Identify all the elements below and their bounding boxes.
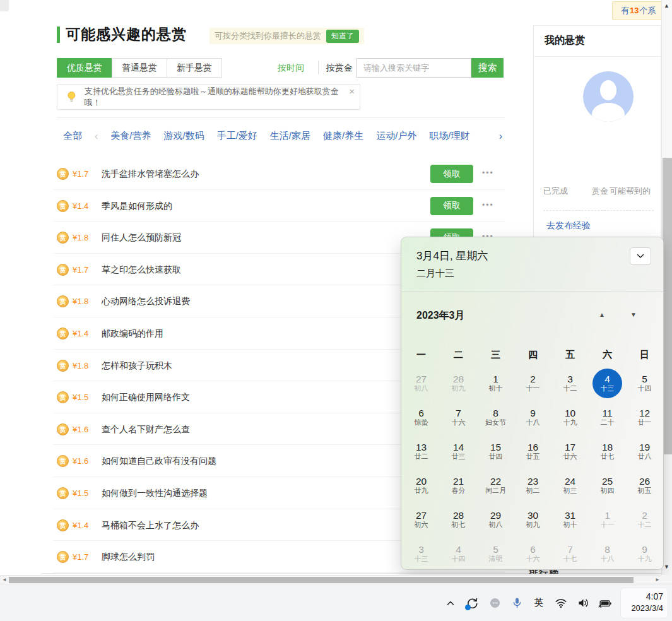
category-next-icon[interactable]: › [499,131,502,142]
day-cell[interactable]: 26初五 [626,468,663,502]
day-cell[interactable]: 28初七 [440,502,477,536]
battery-charging-icon[interactable] [598,596,612,610]
day-cell[interactable]: 1十一 [589,502,626,536]
publish-experience-link[interactable]: 去发布经验 [546,220,591,232]
day-cell[interactable]: 29初八 [477,502,514,536]
horizontal-scrollbar[interactable]: ◄ ► [0,575,661,584]
bounty-title[interactable]: 如何知道自己政审有没有问题 [102,456,216,467]
claim-button[interactable]: 领取 [430,197,473,215]
bounty-title[interactable]: 如何做到一致性沟通选择题 [102,488,208,499]
day-cell[interactable]: 24初三 [551,468,589,502]
day-cell[interactable]: 21春分 [440,468,477,502]
sync-icon[interactable] [466,596,480,610]
category-item-7[interactable]: 职场/理财 [429,130,469,142]
bounty-title[interactable]: 草之印怎么快速获取 [102,264,181,276]
day-cell[interactable]: 22闰二月 [477,468,514,502]
category-item-3[interactable]: 手工/爱好 [217,130,257,142]
day-cell[interactable]: 31初十 [551,502,589,536]
day-cell[interactable]: 12廿一 [626,400,663,434]
day-cell[interactable]: 2十一 [514,366,551,400]
category-item-6[interactable]: 运动/户外 [376,130,416,142]
search-button[interactable]: 搜索 [471,58,504,78]
day-cell[interactable]: 10十九 [551,400,589,434]
day-cell[interactable]: 18廿七 [589,434,626,468]
day-cell[interactable]: 11二十 [589,400,626,434]
taskbar-clock[interactable]: 4:07 2023/3/4 [631,590,663,614]
bounty-title[interactable]: 季风是如何形成的 [102,201,172,212]
bounty-title[interactable]: 同住人怎么预防新冠 [102,232,181,244]
day-cell[interactable]: 27初八 [403,366,440,400]
day-cell[interactable]: 25初四 [589,468,626,502]
close-icon[interactable]: × [349,86,355,97]
day-cell[interactable]: 17廿六 [551,434,589,468]
day-cell[interactable]: 7十六 [440,400,477,434]
month-down-icon[interactable]: ▼ [630,311,637,318]
sort-by-money[interactable]: 按赏金 [326,62,353,74]
claim-button[interactable]: 领取 [430,165,473,183]
scroll-right-arrow-icon[interactable]: ► [655,577,660,583]
sort-by-time[interactable]: 按时间 [278,62,304,74]
category-item-5[interactable]: 健康/养生 [323,130,363,142]
day-cell[interactable]: 3十二 [551,366,589,400]
day-cell[interactable]: 8妇女节 [477,400,514,434]
bounty-title[interactable]: 马桶箱不会上水了怎么办 [102,520,199,531]
day-cell[interactable]: 9十九 [626,536,663,570]
day-cell[interactable]: 8十八 [589,536,626,570]
scroll-left-arrow-icon[interactable]: ◄ [2,577,7,583]
day-cell[interactable]: 9十八 [514,400,551,434]
month-up-icon[interactable]: ▲ [599,311,605,318]
day-cell[interactable]: 23初二 [514,468,551,502]
tab-3[interactable]: 新手悬赏 [167,58,222,78]
got-it-button[interactable]: 知道了 [326,30,359,43]
day-cell[interactable]: 6惊蛰 [403,400,440,434]
category-all[interactable]: 全部 [63,130,82,142]
bounty-title[interactable]: 如何正确使用网络作文 [102,392,190,403]
day-cell[interactable]: 19廿八 [626,434,663,468]
bounty-title[interactable]: 心动网络怎么投诉退费 [102,296,190,307]
scroll-up-arrow-icon[interactable]: ▲ [664,3,669,9]
day-cell[interactable]: 15廿四 [477,434,514,468]
scroll-down-arrow-icon[interactable]: ▼ [664,564,669,570]
tab-1[interactable]: 优质悬赏 [57,58,112,78]
bounty-title[interactable]: 查个人名下财产怎么查 [102,424,190,435]
more-options-icon[interactable]: ••• [482,169,494,177]
day-cell[interactable]: 1初十 [477,366,514,400]
tray-overflow-chevron-icon[interactable] [444,596,457,610]
day-cell[interactable]: 27初六 [403,502,440,536]
day-cell-selected[interactable]: 4十三 [589,366,626,400]
day-cell[interactable]: 28初九 [440,366,477,400]
more-options-icon[interactable]: ••• [482,201,494,210]
day-cell[interactable]: 6十六 [514,536,551,570]
category-item-2[interactable]: 游戏/数码 [164,130,204,142]
category-item-4[interactable]: 生活/家居 [270,130,310,142]
bounty-title[interactable]: 洗手盆排水管堵塞怎么办 [102,169,199,180]
system-message-badge[interactable]: 有13个系 [612,1,664,20]
category-prev-icon[interactable]: ‹ [95,131,98,142]
horizontal-scroll-thumb[interactable] [9,577,634,583]
day-cell[interactable]: 20廿九 [403,468,440,502]
volume-icon[interactable] [576,596,590,610]
day-cell[interactable]: 7十七 [551,536,589,570]
day-cell[interactable]: 5十四 [626,366,663,400]
category-item-1[interactable]: 美食/营养 [110,130,151,142]
tab-2[interactable]: 普通悬赏 [112,58,167,78]
day-cell[interactable]: 3十三 [403,536,440,570]
bounty-title[interactable]: 怎样和孩子玩积木 [102,360,172,372]
day-cell[interactable]: 2十二 [626,502,663,536]
day-cell[interactable]: 5清明 [477,536,514,570]
bounty-title[interactable]: 邮政编码的作用 [102,328,163,340]
tray-app-icon[interactable] [488,596,502,610]
ime-language-indicator[interactable]: 英 [532,596,546,610]
bounty-title[interactable]: 脚球怎么判罚 [102,552,155,563]
microphone-icon[interactable] [510,596,524,610]
wifi-icon[interactable] [554,596,568,610]
day-cell[interactable]: 4十四 [440,536,477,570]
avatar[interactable] [583,71,634,122]
day-cell[interactable]: 14廿三 [440,434,477,468]
day-cell[interactable]: 16廿五 [514,434,551,468]
search-input[interactable] [357,58,471,78]
vertical-scroll-thumb[interactable] [663,158,672,454]
calendar-collapse-button[interactable] [630,247,651,265]
day-cell[interactable]: 30初九 [514,502,551,536]
day-cell[interactable]: 13廿二 [403,434,440,468]
